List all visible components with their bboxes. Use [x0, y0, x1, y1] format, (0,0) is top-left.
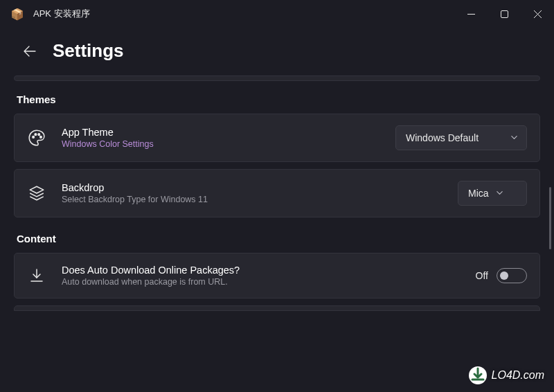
backdrop-text: Backdrop Select Backdrop Type for Window…: [62, 182, 443, 204]
backdrop-card: Backdrop Select Backdrop Type for Window…: [14, 169, 540, 217]
chevron-down-icon: [510, 132, 518, 143]
app-theme-link[interactable]: Windows Color Settings: [62, 139, 380, 149]
page-title: Settings: [53, 40, 124, 62]
backdrop-dropdown[interactable]: Mica: [458, 181, 527, 206]
auto-download-toggle[interactable]: [497, 268, 527, 283]
app-theme-dropdown[interactable]: Windows Default: [395, 125, 527, 150]
app-theme-card: App Theme Windows Color Settings Windows…: [14, 114, 540, 162]
close-button[interactable]: [521, 0, 554, 28]
window-title: APK 安装程序: [33, 8, 90, 20]
window-controls: [454, 0, 554, 28]
maximize-button[interactable]: [488, 0, 521, 28]
watermark-text: LO4D.com: [492, 369, 544, 382]
backdrop-subtitle: Select Backdrop Type for Windows 11: [62, 195, 443, 204]
titlebar-left: 📦 APK 安装程序: [11, 8, 90, 20]
watermark: LO4D.com: [468, 366, 544, 385]
palette-icon: [27, 128, 46, 148]
app-theme-dropdown-value: Windows Default: [406, 132, 479, 143]
app-icon: 📦: [11, 8, 24, 20]
backdrop-title: Backdrop: [62, 182, 443, 193]
settings-content: Themes App Theme Windows Color Settings …: [0, 75, 554, 391]
app-theme-text: App Theme Windows Color Settings: [62, 127, 380, 149]
auto-download-subtitle: Auto download when package is from URL.: [62, 277, 461, 287]
scrollbar-thumb[interactable]: [549, 187, 551, 249]
svg-point-5: [35, 134, 37, 136]
auto-download-card: Does Auto Download Online Packages? Auto…: [14, 253, 540, 299]
layers-icon: [27, 184, 46, 203]
chevron-down-icon: [496, 188, 503, 199]
svg-point-6: [38, 134, 40, 136]
auto-download-toggle-label: Off: [476, 270, 488, 281]
minimize-button[interactable]: [454, 0, 488, 28]
download-icon: [27, 266, 46, 285]
svg-point-7: [40, 136, 42, 139]
back-button[interactable]: [19, 41, 40, 62]
app-theme-title: App Theme: [62, 127, 380, 138]
titlebar: 📦 APK 安装程序: [0, 0, 554, 28]
previous-card-edge: [14, 75, 540, 81]
auto-download-title: Does Auto Download Online Packages?: [62, 265, 461, 276]
watermark-logo-icon: [468, 366, 488, 385]
svg-rect-1: [501, 10, 508, 17]
toggle-knob: [500, 271, 508, 280]
backdrop-dropdown-value: Mica: [468, 188, 489, 199]
section-header-content: Content: [12, 224, 542, 253]
svg-point-4: [33, 136, 35, 139]
auto-download-text: Does Auto Download Online Packages? Auto…: [62, 265, 461, 287]
next-card-edge: [14, 305, 540, 311]
auto-download-toggle-group: Off: [476, 268, 527, 283]
section-header-themes: Themes: [12, 91, 542, 114]
page-header: Settings: [0, 28, 554, 75]
